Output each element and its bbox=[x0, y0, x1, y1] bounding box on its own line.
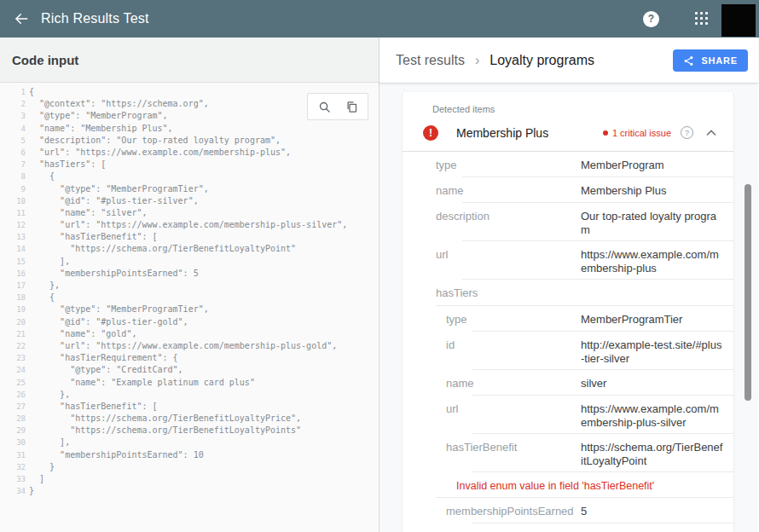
help-icon[interactable]: ? bbox=[643, 11, 659, 27]
code-line: 11 "name": "silver", bbox=[7, 207, 379, 219]
search-icon[interactable] bbox=[315, 97, 333, 116]
detected-items-card: Detected items ! Membership Plus 1 criti… bbox=[403, 92, 733, 532]
property-value: 5 bbox=[581, 498, 724, 523]
code-line: 28 "https://schema.org/TierBenefitLoyalt… bbox=[7, 413, 379, 425]
code-line: 29 "https://schema.org/TierBenefitLoyalt… bbox=[7, 425, 379, 437]
results-header: Test results › Loyalty programs SHARE bbox=[380, 38, 758, 84]
code-line: 12 "url": "https://www.example.com/membe… bbox=[7, 219, 379, 231]
code-line: 10 "@id": "#plus-tier-silver", bbox=[7, 195, 379, 207]
property-value: https://www.example.com/membership-plus-… bbox=[581, 396, 724, 434]
code-line: 32 } bbox=[7, 461, 379, 473]
detail-row: nameMembership Plus bbox=[403, 177, 733, 203]
property-value: http://example-test.site/#plus-tier-silv… bbox=[581, 332, 724, 370]
property-label: type bbox=[436, 159, 457, 171]
code-line: 5 "description": "Our top-rated loyalty … bbox=[7, 135, 379, 147]
code-line: 13 "hasTierBenefit": [ bbox=[7, 231, 379, 243]
arrow-left-icon bbox=[14, 11, 29, 26]
property-label: hasTierBenefit bbox=[446, 441, 517, 454]
property-value: Our top-rated loyalty program bbox=[581, 203, 724, 241]
property-label: url bbox=[446, 402, 458, 415]
share-label: SHARE bbox=[701, 55, 738, 66]
property-label: type bbox=[446, 313, 467, 326]
property-value: Membership Plus bbox=[581, 177, 724, 203]
code-line: 31 "membershipPointsEarned": 10 bbox=[7, 449, 379, 461]
scrollbar-thumb[interactable] bbox=[745, 184, 751, 401]
code-line: 9 "@type": "MemberProgramTier", bbox=[7, 183, 379, 195]
code-line: 33 ] bbox=[7, 473, 379, 485]
code-line: 14 "https://schema.org/TierBenefitLoyalt… bbox=[7, 243, 379, 255]
detail-row: typeMemberProgram bbox=[403, 152, 733, 177]
code-line: 22 "url": "https://www.example.com/membe… bbox=[7, 340, 379, 352]
app-bar: Rich Results Test ? bbox=[0, 0, 759, 38]
detail-row: membershipPointsEarned5 bbox=[403, 498, 733, 523]
code-input-title: Code input bbox=[12, 53, 78, 67]
detail-row: descriptionOur top-rated loyalty program bbox=[403, 203, 733, 241]
avatar[interactable] bbox=[721, 4, 756, 37]
code-line: 34} bbox=[7, 485, 379, 497]
detail-row: hasTierBenefithttps://schema.org/TierBen… bbox=[403, 434, 733, 472]
code-editor[interactable]: 1{2 "@context": "https://schema.org",3 "… bbox=[0, 83, 379, 532]
code-line: 6 "url": "https://www.example.com/member… bbox=[7, 147, 379, 159]
property-label: name bbox=[436, 184, 464, 197]
property-label: hasTiers bbox=[436, 286, 478, 299]
results-panel: Test results › Loyalty programs SHARE De… bbox=[380, 38, 758, 532]
code-line: 18 { bbox=[7, 292, 379, 304]
property-value: https://www.example.com/membership-plus bbox=[581, 241, 724, 280]
share-icon bbox=[683, 55, 694, 66]
error-badge-icon: ! bbox=[423, 125, 438, 141]
property-value: MemberProgram bbox=[581, 152, 724, 177]
code-line: 16 "membershipPointsEarned": 5 bbox=[7, 268, 379, 280]
copy-icon[interactable] bbox=[342, 97, 361, 116]
detail-row: namesilver bbox=[403, 370, 733, 396]
section-row: hasTiers bbox=[403, 280, 733, 306]
back-button[interactable] bbox=[7, 4, 36, 33]
property-label: membershipPointsEarned bbox=[446, 505, 574, 518]
app-title: Rich Results Test bbox=[41, 11, 149, 26]
apps-grid-icon[interactable] bbox=[695, 12, 709, 26]
detail-row: idhttp://example-test.site/#plus-tier-si… bbox=[403, 332, 733, 370]
code-line: 17 }, bbox=[7, 280, 379, 292]
property-label: url bbox=[436, 248, 448, 261]
property-value: https://schema.org/TierBenefitLoyaltyPoi… bbox=[581, 434, 724, 472]
detail-row: urlhttps://www.example.com/membership-pl… bbox=[403, 241, 733, 280]
chevron-up-icon[interactable] bbox=[706, 130, 716, 136]
code-line: 24 "@type": "CreditCard", bbox=[7, 364, 379, 376]
code-line: 4 "name": "Membership Plus", bbox=[7, 123, 379, 135]
detail-row: urlhttps://www.example.com/membership-pl… bbox=[403, 396, 733, 434]
code-line: 7 "hasTiers": [ bbox=[7, 159, 379, 171]
critical-dot-icon bbox=[603, 130, 608, 136]
property-label: description bbox=[436, 210, 490, 223]
code-lines: 1{2 "@context": "https://schema.org",3 "… bbox=[7, 86, 379, 497]
code-line: 25 "name": "Example platinum card plus" bbox=[7, 377, 379, 389]
breadcrumb-current: Loyalty programs bbox=[490, 53, 594, 68]
detected-items-label: Detected items bbox=[403, 92, 733, 114]
section-row: hasTiers bbox=[403, 523, 733, 532]
detected-item-name: Membership Plus bbox=[456, 126, 548, 140]
code-line: 8 { bbox=[7, 171, 379, 182]
detail-row: typeMemberProgramTier bbox=[403, 306, 733, 332]
property-value: MemberProgramTier bbox=[581, 306, 724, 332]
code-input-panel: Code input 1{2 "@context": "https://sche… bbox=[0, 38, 380, 532]
validation-error-row: Invalid enum value in field 'hasTierBene… bbox=[403, 472, 733, 498]
question-circle-icon[interactable]: ? bbox=[681, 126, 693, 139]
share-button[interactable]: SHARE bbox=[673, 49, 748, 72]
breadcrumb-chevron-icon: › bbox=[475, 53, 479, 68]
property-value: silver bbox=[581, 370, 724, 396]
code-line: 20 "@id": "#plus-tier-gold", bbox=[7, 316, 379, 328]
code-line: 19 "@type": "MemberProgramTier", bbox=[7, 304, 379, 315]
code-line: 26 }, bbox=[7, 389, 379, 401]
code-input-header: Code input bbox=[0, 38, 379, 83]
code-line: 21 "name": "gold", bbox=[7, 328, 379, 340]
code-line: 23 "hasTierRequirement": { bbox=[7, 352, 379, 364]
code-line: 27 "hasTierBenefit": [ bbox=[7, 401, 379, 413]
breadcrumb-test-results[interactable]: Test results bbox=[396, 53, 465, 68]
issue-summary[interactable]: 1 critical issue bbox=[612, 128, 671, 138]
detected-item-header[interactable]: ! Membership Plus 1 critical issue ? bbox=[403, 114, 733, 152]
detail-table: typeMemberProgramnameMembership Plusdesc… bbox=[403, 152, 733, 532]
code-line: 30 ], bbox=[7, 437, 379, 448]
code-line: 15 ], bbox=[7, 256, 379, 268]
property-label: id bbox=[446, 338, 455, 351]
property-label: name bbox=[446, 377, 474, 390]
results-body: Detected items ! Membership Plus 1 criti… bbox=[380, 84, 758, 532]
code-toolbar bbox=[307, 93, 368, 120]
